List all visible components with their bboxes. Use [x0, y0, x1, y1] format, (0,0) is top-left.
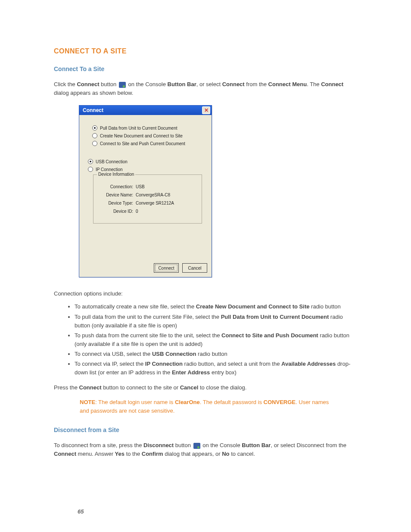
- radio-icon: [88, 159, 93, 164]
- list-item: To pull data from the unit to the curren…: [75, 313, 357, 330]
- list-item: To push data from the current site file …: [75, 331, 357, 348]
- fieldset-legend: Device Information: [97, 172, 135, 177]
- options-list: To automatically create a new site file,…: [54, 302, 357, 377]
- section-disconnect-heading: Disconnect from a Site: [54, 426, 357, 433]
- connect-dialog: Connect ✕ Pull Data from Unit to Current…: [79, 105, 212, 277]
- page-number: 65: [78, 508, 84, 515]
- list-item: To connect via USB, select the USB Conne…: [75, 350, 357, 358]
- page-heading: CONNECT TO A SITE: [54, 47, 357, 55]
- connect-button[interactable]: Connect: [154, 263, 179, 273]
- info-device-type: Device Type: Converge SR1212A: [98, 201, 197, 205]
- cancel-button[interactable]: Cancel: [182, 263, 207, 273]
- note: NOTE: The default login user name is Cle…: [80, 398, 357, 415]
- connect-icon: [119, 82, 126, 88]
- dialog-titlebar: Connect ✕: [79, 106, 212, 115]
- radio-usb-connection[interactable]: USB Connection: [88, 159, 205, 164]
- intro-paragraph: Click the Connect button on the Console …: [54, 80, 357, 97]
- info-device-name: Device Name: ConvergeSRA-C8: [98, 193, 197, 197]
- dialog-title: Connect: [83, 107, 103, 113]
- options-intro: Connection options include:: [54, 289, 357, 298]
- close-icon[interactable]: ✕: [202, 106, 210, 114]
- radio-pull-data[interactable]: Pull Data from Unit to Current Document: [92, 125, 205, 131]
- radio-icon: [92, 133, 97, 138]
- radio-icon: [92, 141, 97, 146]
- section-connect-heading: Connect To a Site: [54, 65, 357, 72]
- disconnect-paragraph: To disconnect from a site, press the Dis…: [54, 441, 357, 458]
- radio-ip-connection[interactable]: IP Connection: [88, 167, 205, 172]
- radio-create-new[interactable]: Create New Document and Connect to Site: [92, 133, 205, 138]
- info-connection: Connection: USB: [98, 184, 197, 189]
- radio-icon: [88, 167, 93, 172]
- info-device-id: Device ID: 0: [98, 209, 197, 214]
- radio-icon: [92, 125, 97, 131]
- radio-push-data[interactable]: Connect to Site and Push Current Documen…: [92, 141, 205, 146]
- disconnect-icon: [193, 443, 200, 449]
- press-paragraph: Press the Connect button to connect to t…: [54, 383, 357, 392]
- device-information-group: Device Information Connection: USB Devic…: [93, 174, 202, 224]
- list-item: To automatically create a new site file,…: [75, 302, 357, 311]
- list-item: To connect via IP, select the IP Connect…: [75, 360, 357, 377]
